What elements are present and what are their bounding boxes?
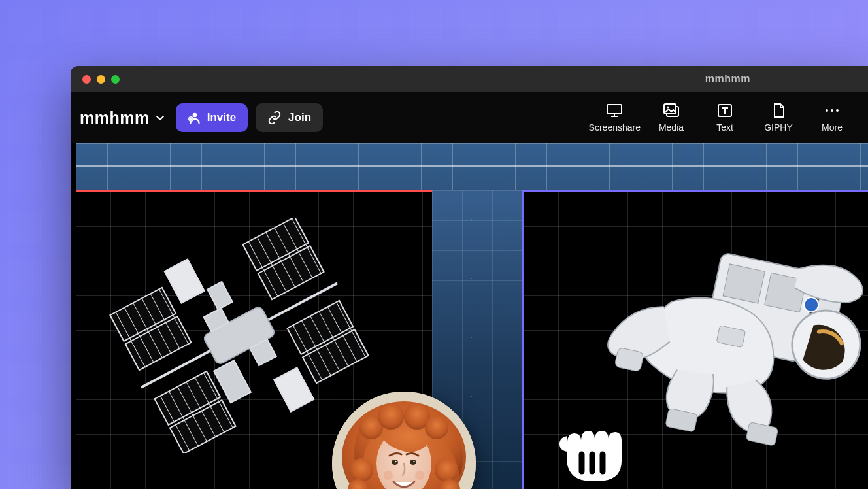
- chevron-down-icon: [155, 112, 165, 123]
- svg-point-8: [831, 109, 833, 112]
- media-tool[interactable]: Media: [648, 103, 694, 133]
- window-controls: [71, 75, 120, 84]
- svg-point-67: [435, 458, 458, 482]
- more-tool[interactable]: More: [809, 103, 855, 133]
- astronaut-image[interactable]: [589, 211, 868, 447]
- svg-point-79: [415, 471, 424, 480]
- app-logo-text: mmhmm: [80, 109, 150, 127]
- svg-point-76: [395, 461, 396, 462]
- minimize-window-button[interactable]: [97, 75, 105, 84]
- svg-rect-51: [723, 264, 765, 303]
- grab-hand-cursor-icon: [554, 418, 626, 483]
- svg-point-7: [826, 109, 828, 112]
- app-logo[interactable]: mmhmm: [80, 109, 168, 127]
- svg-point-71: [378, 403, 404, 430]
- app-window: mmhmm mmhmm Invite: [71, 66, 868, 489]
- join-button-label: Join: [288, 111, 311, 124]
- svg-rect-48: [165, 259, 205, 303]
- more-icon: [824, 103, 840, 118]
- text-label: Text: [716, 122, 733, 133]
- stage-canvas[interactable]: [71, 143, 868, 489]
- svg-point-73: [425, 416, 448, 439]
- monitor-icon: [606, 103, 623, 118]
- screenshare-label: Screenshare: [589, 122, 641, 133]
- text-tool[interactable]: Text: [702, 103, 748, 133]
- media-label: Media: [659, 122, 684, 133]
- svg-point-77: [413, 461, 414, 462]
- space-station-image[interactable]: [102, 218, 376, 453]
- text-icon: [717, 103, 733, 118]
- more-label: More: [822, 122, 843, 133]
- svg-point-78: [384, 471, 393, 480]
- invite-button-label: Invite: [207, 111, 236, 124]
- close-window-button[interactable]: [82, 75, 91, 84]
- titlebar: mmhmm: [71, 66, 868, 92]
- window-title: mmhmm: [705, 73, 750, 85]
- svg-rect-49: [274, 367, 314, 411]
- main-toolbar: mmhmm Invite: [71, 92, 868, 143]
- svg-point-74: [392, 460, 398, 465]
- join-button[interactable]: Join: [256, 103, 323, 132]
- svg-rect-47: [207, 282, 233, 310]
- invite-button[interactable]: Invite: [176, 103, 248, 132]
- svg-point-9: [836, 109, 839, 112]
- svg-rect-57: [746, 422, 778, 446]
- svg-point-75: [410, 460, 416, 465]
- svg-rect-2: [607, 105, 622, 114]
- fullscreen-window-button[interactable]: [111, 75, 120, 84]
- svg-point-0: [192, 113, 197, 118]
- file-icon: [771, 103, 786, 118]
- svg-point-5: [667, 106, 669, 108]
- scene-background-strip: [76, 143, 868, 190]
- svg-point-64: [350, 458, 373, 482]
- invite-user-icon: [188, 111, 201, 124]
- media-icon: [663, 103, 680, 118]
- giphy-label: GIPHY: [764, 122, 793, 133]
- link-icon: [267, 111, 282, 124]
- screenshare-tool[interactable]: Screenshare: [589, 103, 641, 133]
- giphy-tool[interactable]: GIPHY: [756, 103, 801, 133]
